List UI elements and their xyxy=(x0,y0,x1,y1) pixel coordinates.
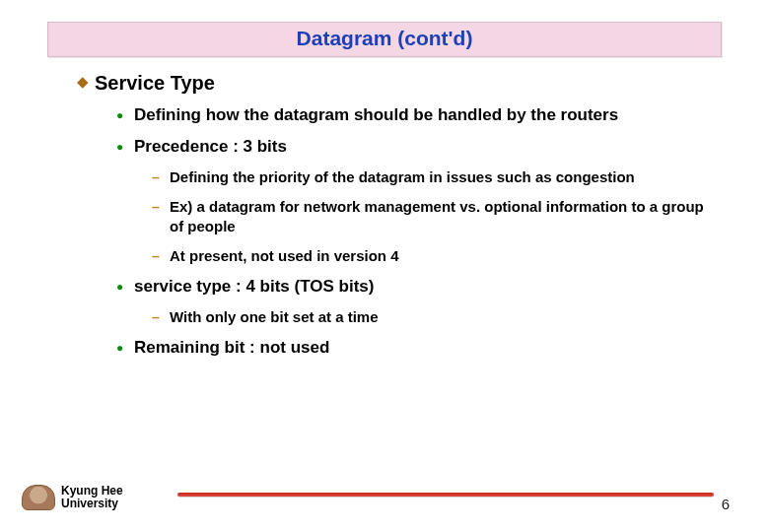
sub-list-item: – At present, not used in version 4 xyxy=(152,246,710,266)
sub-list-item: – Defining the priority of the datagram … xyxy=(152,167,710,187)
sub-item-text: With only one bit set at a time xyxy=(170,307,379,327)
sub-item-text: Defining the priority of the datagram in… xyxy=(170,167,635,187)
list-item-text: service type : 4 bits (TOS bits) xyxy=(134,276,374,298)
slide-title: Datagram (cont'd) xyxy=(297,27,473,49)
sub-item-text: At present, not used in version 4 xyxy=(170,246,399,266)
list-item: ● Precedence : 3 bits xyxy=(116,136,710,158)
dash-bullet-icon: – xyxy=(152,197,170,217)
section-heading: Service Type xyxy=(95,71,215,95)
sub-item-text: Ex) a datagram for network management vs… xyxy=(170,197,710,236)
diamond-bullet-icon: ◆ xyxy=(77,71,95,93)
dash-bullet-icon: – xyxy=(152,167,170,187)
sub-list-item: – With only one bit set at a time xyxy=(152,307,710,327)
list-item: ● Defining how the datagram should be ha… xyxy=(116,104,710,126)
circle-bullet-icon: ● xyxy=(116,337,134,359)
slide-content: ◆ Service Type ● Defining how the datagr… xyxy=(77,71,710,359)
circle-bullet-icon: ● xyxy=(116,276,134,298)
list-item-text: Defining how the datagram should be hand… xyxy=(134,104,618,126)
university-name: Kyung Hee University xyxy=(61,485,123,510)
university-line2: University xyxy=(61,498,123,510)
page-number: 6 xyxy=(722,496,730,512)
list-item: ● Remaining bit : not used xyxy=(116,337,710,359)
sub-list-item: – Ex) a datagram for network management … xyxy=(152,197,710,236)
circle-bullet-icon: ● xyxy=(116,136,134,158)
university-logo: Kyung Hee University xyxy=(22,485,123,510)
list-item: ● service type : 4 bits (TOS bits) xyxy=(116,276,710,298)
sub-list: – Defining the priority of the datagram … xyxy=(152,167,710,266)
slide-footer: Kyung Hee University 6 xyxy=(0,467,769,516)
bullet-list: ● Defining how the datagram should be ha… xyxy=(116,104,710,359)
slide-title-bar: Datagram (cont'd) xyxy=(47,22,722,57)
list-item-text: Precedence : 3 bits xyxy=(134,136,287,158)
dash-bullet-icon: – xyxy=(152,246,170,266)
dash-bullet-icon: – xyxy=(152,307,170,327)
footer-divider xyxy=(177,493,714,497)
crest-icon xyxy=(22,485,55,510)
circle-bullet-icon: ● xyxy=(116,104,134,126)
heading-row: ◆ Service Type xyxy=(77,71,710,95)
list-item-text: Remaining bit : not used xyxy=(134,337,329,359)
sub-list: – With only one bit set at a time xyxy=(152,307,710,327)
